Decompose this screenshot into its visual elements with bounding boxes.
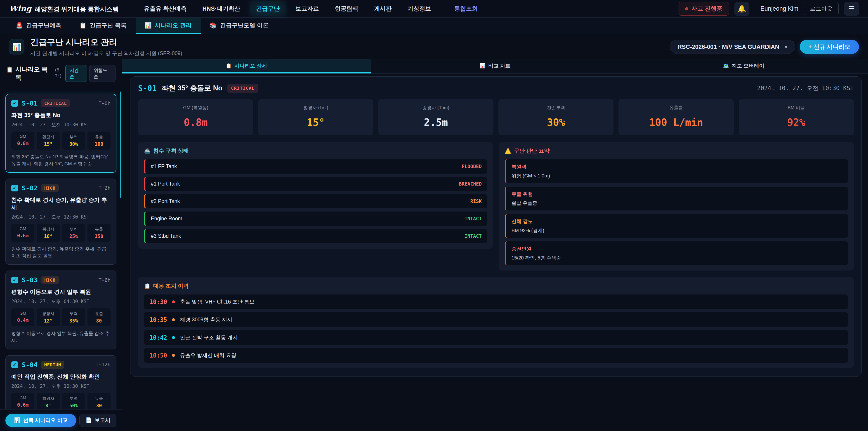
scenario-card-s03[interactable]: ✓ S-03 HIGH T+6h 평형수 이동으로 경사 일부 복원 2024.… [5,271,116,349]
logo-mark: Wing [9,4,31,13]
tab-rescue-model-theory[interactable]: 📚 긴급구난모델 이론 [201,18,278,34]
user-name: Eunjeong Kim [761,5,798,12]
metric-value: 100 [89,142,109,147]
tab-rescue-forecast[interactable]: 🚨 긴급구난예측 [7,18,70,34]
scenario-card-s04[interactable]: ✓ S-04 MEDIUM T+12h 예인 작업 진행중, 선체 안정화 확인… [5,355,116,409]
timeline-dot-icon [172,354,175,357]
metric-label: GM [13,311,33,316]
metric-spill: 유출100 [88,131,111,150]
metric-tile-buoyancy: 잔존부력 30% [498,99,614,135]
timeline-dot-icon [172,318,175,321]
document-icon: 📄 [86,417,92,423]
metric-spill: 유출150 [88,224,111,242]
rescue-judgment-panel: ⚠️ 구난 판단 요약 복원력 위험 (GM < 1.0m) 유출 위험 활발 … [499,142,854,271]
app-logo[interactable]: Wing 해양환경 위기대응 통합시스템 [9,4,128,13]
page-header: 📊 긴급구난 시나리오 관리 시간 단계별 시나리오 비교·검토 및 구난 의사… [0,34,868,59]
nav-item-spill-forecast[interactable]: 유출유 확산예측 [138,1,192,16]
tab-scenario-management[interactable]: 📊 시나리오 관리 [135,18,201,34]
new-scenario-button[interactable]: + 신규 시나리오 [800,40,859,54]
timeline-time: 10:35 [149,316,167,323]
nav-item-emergency-rescue[interactable]: 긴급구난 [250,1,285,16]
nav-item-board[interactable]: 게시판 [368,1,398,16]
scenario-title: 좌현 35° 충돌로 No [11,112,111,119]
nav-item-hns[interactable]: HNS·대기확산 [196,1,246,16]
sort-by-risk-button[interactable]: 위험도순 [89,65,116,82]
compare-button-label: 선택 시나리오 비교 [23,417,68,424]
judgment-value: 활발 유출중 [512,200,842,206]
scenario-checkbox[interactable]: ✓ [11,361,18,368]
scenario-card-s02[interactable]: ✓ S-02 HIGH T+2h 침수 확대로 경사 증가, 유출량 증가 추세… [5,179,116,265]
judgment-rows: 복원력 위험 (GM < 1.0m) 유출 위험 활발 유출중 선체 강도 BM… [505,159,848,265]
scenario-id: S-02 [22,184,37,192]
metric-value: 30% [64,142,84,147]
nav-item-aerial-search[interactable]: 항공탐색 [329,1,364,16]
detail-tab-bar: 📋 시나리오 상세 📊 비교 차트 🗺️ 지도 오버레이 [122,59,868,74]
page-icon-box: 📊 [9,39,24,55]
nav-item-reports[interactable]: 보고자료 [289,1,325,16]
judgment-value: 위험 (GM < 1.0m) [512,173,842,179]
books-icon: 📚 [210,22,217,29]
page-subtitle: 시간 단계별 시나리오 비교·검토 및 구난 의사결정 지원 (SFR-009) [30,50,182,57]
metric-label: 종경사 (Trim) [381,105,491,111]
warning-icon: ⚠️ [505,148,511,154]
nav-item-weather[interactable]: 기상정보 [402,1,437,16]
metric-label: 유출률 [621,105,731,111]
metric-tile-gm: GM (복원성) 0.8m [138,99,253,135]
judgment-label: 유출 위험 [512,191,842,197]
metric-buoyancy: 부력25% [62,224,85,242]
metric-value: 0.4m [13,317,33,323]
hamburger-menu-button[interactable]: ☰ [844,2,859,16]
logout-button[interactable]: 로그아웃 [804,2,839,16]
metric-tile-spill-rate: 유출률 100 L/min [618,99,734,135]
case-select-dropdown[interactable]: RSC-2026-001 · M/V SEA GUARDIAN ▾ [670,40,796,54]
scenario-metrics: GM0.4m 횡경사12° 부력35% 유출80 [11,308,111,326]
metric-spill: 유출80 [88,308,111,326]
hamburger-icon: ☰ [848,4,855,13]
metric-label: GM (복원성) [141,105,250,111]
chart-icon: 📊 [14,417,21,423]
metric-spill: 유출30 [88,393,111,409]
panel-title: 구난 판단 요약 [514,147,550,154]
metric-label: 유출 [89,396,109,401]
metric-buoyancy: 부력50% [62,393,85,409]
judgment-row: 선체 강도 BM 92% (경계) [505,214,848,238]
time-offset-label: T+2h [98,185,111,191]
tank-name: #1 Port Tank [151,181,180,187]
tab-comparison-chart[interactable]: 📊 비교 차트 [371,59,619,73]
scenario-id: S-03 [22,276,37,284]
metric-list: 횡경사18° [37,224,60,242]
judgment-label: 선체 강도 [512,218,842,225]
metric-tile-list: 횡경사 (List) 15° [258,99,373,135]
metric-buoyancy: 부력35% [62,308,85,326]
incident-dot-icon [685,7,688,10]
scenario-checkbox[interactable]: ✓ [11,277,18,283]
metric-value: 50% [64,403,84,408]
scenario-checkbox[interactable]: ✓ [11,185,18,191]
report-button[interactable]: 📄 보고서 [79,414,116,427]
tab-rescue-list[interactable]: 📋 긴급구난 목록 [70,18,135,34]
scenario-detail-card: S-01 좌현 35° 충돌로 No CRITICAL 2024. 10. 27… [130,76,862,376]
sort-by-time-button[interactable]: 시간순 [65,65,87,82]
judgment-label: 복원력 [512,163,842,170]
judgment-row: 복원력 위험 (GM < 1.0m) [505,159,848,183]
judgment-value: 15/20 확인, 5명 수색중 [512,254,842,261]
tab-scenario-detail[interactable]: 📋 시나리오 상세 [122,59,371,73]
scenario-card-s01[interactable]: ✓ S-01 CRITICAL T+0h 좌현 35° 충돌로 No 2024.… [5,94,116,173]
incident-status-badge: 사고 진행중 [679,2,729,16]
tab-map-overlay[interactable]: 🗺️ 지도 오버레이 [619,59,868,73]
tab-label: 긴급구난 목록 [90,22,126,29]
detail-scenario-title: 좌현 35° 충돌로 No [162,83,222,93]
metric-value: 25% [64,234,84,239]
compare-scenarios-button[interactable]: 📊 선택 시나리오 비교 [5,414,76,427]
judgment-label: 승선인원 [512,245,842,252]
metric-value: 150 [89,234,109,239]
notifications-button[interactable]: 🔔 [735,2,749,16]
scrollbar-thumb[interactable] [120,92,121,198]
timeline-row: 10:50 유출유 방제선 배치 요청 [144,348,848,363]
nav-item-integrated-search[interactable]: 통합조회 [445,1,484,16]
metric-buoyancy: 부력30% [62,131,85,150]
scenario-datetime: 2024. 10. 27. 오후 10:30 KST [11,383,111,390]
scenario-description: 침수 확대로 경사 증가, 유출량 증가 추세. 긴급 이초 작업 검토 필요. [11,245,111,259]
tank-name: #1 FP Tank [151,163,177,170]
scenario-checkbox[interactable]: ✓ [11,100,18,107]
